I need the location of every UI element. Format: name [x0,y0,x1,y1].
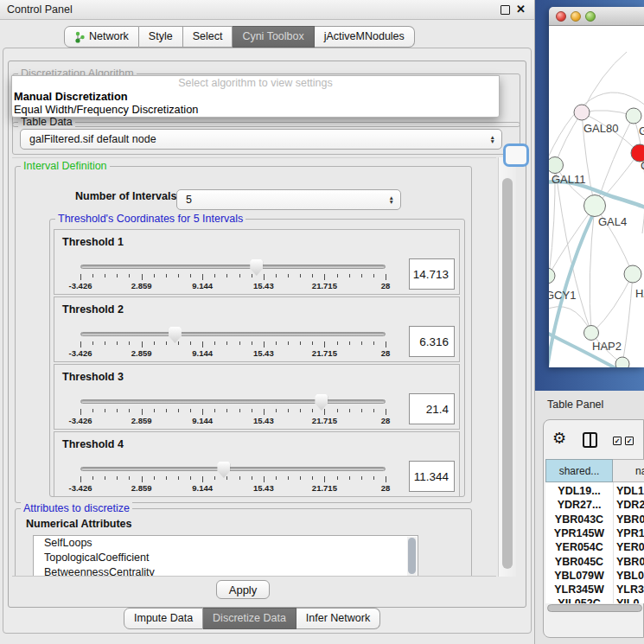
slider-tick [312,274,313,277]
zoom-traffic-light-icon[interactable] [585,11,596,22]
column-header-shared-name[interactable]: shared... [545,459,613,482]
slider-tick [178,476,179,480]
float-window-icon[interactable] [501,5,510,15]
slider-track[interactable] [80,265,386,269]
tab-infer-network[interactable]: Infer Network [296,608,380,629]
minimize-traffic-light-icon[interactable] [571,11,581,22]
slider-thumb[interactable] [169,327,182,343]
network-edge[interactable] [590,206,595,333]
slider-track[interactable] [80,332,386,336]
slider-track[interactable] [80,467,386,471]
table-row[interactable]: YDR27...YDR2 [545,499,644,513]
apply-button[interactable]: Apply [216,580,270,599]
slider-tick [324,341,325,348]
network-edge[interactable] [582,52,627,112]
attributes-group: Attributes to discretize Numerical Attri… [15,508,472,577]
slider-tick [226,409,227,412]
network-edge[interactable] [597,153,639,204]
table-row[interactable]: YIL052CYIL0 [545,597,644,603]
split-columns-icon[interactable] [583,432,597,448]
network-node[interactable] [626,108,641,124]
network-edge[interactable] [594,274,633,331]
tab-select[interactable]: Select [183,26,233,48]
tab-cyni-toolbox[interactable]: Cyni Toolbox [233,26,314,48]
gear-icon[interactable]: ⚙ [552,430,566,446]
threshold-value-field[interactable]: 21.4 [409,393,455,424]
slider-thumb[interactable] [315,394,328,411]
discretize-data-panel: Discretization Algorithm Table Data galF… [8,61,526,608]
attribute-list-item[interactable]: TopologicalCoefficient [34,551,418,565]
slider-tick [337,409,338,412]
threshold-value-field[interactable]: 14.713 [409,258,455,290]
slider-track[interactable] [80,399,386,404]
tab-jactivemnodules[interactable]: jActiveMNodules [315,26,415,48]
attribute-list-item[interactable]: SelfLoops [34,536,418,551]
network-node-gal4[interactable] [584,195,606,217]
slider-thumb[interactable] [217,462,230,478]
tab-network[interactable]: Network [64,26,139,48]
slider-tick [337,274,338,277]
network-node-gal11[interactable] [549,157,564,174]
slider-tick-label: 9.144 [192,281,213,290]
num-intervals-combo[interactable]: 5 ▲▼ [176,189,401,210]
num-intervals-label: Number of Intervals [75,190,176,202]
cell-name: YBR0 [616,513,644,526]
network-canvas[interactable]: GAL80GACGAL11GAL4GCY1HAHAP2 [549,26,644,367]
table-panel-title: Table Panel [547,399,603,411]
slider-tick [373,409,374,412]
slider-tick [386,341,386,348]
table-data-combo[interactable]: galFiltered.sif default node ▲▼ [20,129,502,150]
vertical-scrollbar[interactable] [498,157,516,577]
popup-item-manual-discretization[interactable]: Manual Discretization [14,90,128,103]
slider-tick [349,409,350,412]
algorithm-combo-focused[interactable] [503,143,529,167]
close-icon[interactable]: ✕ [516,3,526,16]
cell-name: YLR3 [616,583,644,596]
threshold-value-field[interactable]: 11.344 [409,461,455,492]
horizontal-scrollbar[interactable] [547,604,642,612]
attributes-list[interactable]: SelfLoopsTopologicalCoefficientBetweenne… [33,535,418,577]
slider-tick [178,341,179,345]
network-node-hap2[interactable] [584,326,599,341]
slider-tick [117,341,118,345]
tab-impute-data[interactable]: Impute Data [124,608,203,629]
table-row[interactable]: YDL19...YDL1 [545,485,644,500]
cell-name: YIL0 [616,597,639,603]
checkbox-icon[interactable]: ✓ [613,437,622,445]
network-node-label: GA [639,124,644,137]
attribute-list-item[interactable]: BetweennessCentrality [34,565,418,577]
table-row[interactable]: YBR043CYBR0 [545,513,644,528]
network-node-gal80[interactable] [574,105,590,120]
table-row[interactable]: YLR345WYLR3 [545,583,644,598]
network-node-gcy1[interactable] [549,268,555,284]
slider-tick [190,274,191,277]
threshold-panel: Threshold 3-3.4262.8599.14415.4321.71528… [54,364,460,430]
table-row[interactable]: YBL079WYBL0 [545,570,644,584]
popup-item-equal-width-frequency[interactable]: Equal Width/Frequency Discretization [14,103,198,116]
attributes-list-scrollbar[interactable] [407,537,417,577]
network-icon [74,31,86,43]
close-traffic-light-icon[interactable] [556,11,566,22]
network-edge[interactable] [555,112,582,165]
threshold-value-field[interactable]: 6.316 [409,326,455,357]
table-row[interactable]: YPR145WYPR1 [545,527,644,542]
slider-tick [361,476,362,480]
column-header-name[interactable]: na [613,459,644,482]
slider-tick [214,476,215,480]
slider-tick [276,476,277,480]
slider-tick [239,476,240,480]
slider-tick [178,409,179,412]
tab-style[interactable]: Style [139,26,183,48]
network-node[interactable] [624,265,641,283]
checkbox-icon[interactable]: ✓ [625,437,634,445]
network-view-window: GAL80GACGAL11GAL4GCY1HAHAP2 [549,7,644,367]
popup-prompt: Select algorithm to view settings [12,77,499,89]
tab-discretize-data[interactable]: Discretize Data [203,608,296,629]
group-legend: Threshold's Coordinates for 5 Intervals [55,213,245,225]
slider-tick-label: -3.426 [69,348,92,358]
network-window-titlebar[interactable] [549,7,644,26]
network-edge[interactable] [622,274,633,364]
table-row[interactable]: YBR045CYBR0 [545,556,644,571]
network-node[interactable] [615,357,629,367]
table-row[interactable]: YER054CYER0 [545,541,644,556]
